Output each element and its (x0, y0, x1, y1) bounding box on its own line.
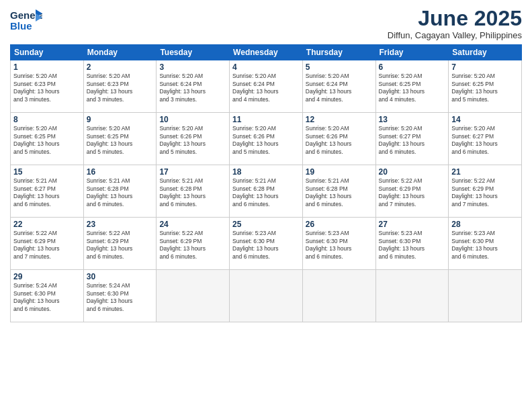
day-23: 23 Sunrise: 5:22 AMSunset: 6:29 PMDaylig… (83, 218, 157, 270)
empty-cell (230, 270, 303, 322)
day-1: 1 Sunrise: 5:20 AMSunset: 6:23 PMDayligh… (11, 60, 84, 113)
day-18: 18 Sunrise: 5:21 AMSunset: 6:28 PMDaylig… (230, 165, 303, 218)
empty-cell (157, 270, 230, 322)
day-28: 28 Sunrise: 5:23 AMSunset: 6:30 PMDaylig… (449, 218, 522, 270)
day-27: 27 Sunrise: 5:23 AMSunset: 6:30 PMDaylig… (375, 218, 449, 270)
weekday-wednesday: Wednesday (230, 45, 303, 60)
day-30: 30 Sunrise: 5:24 AMSunset: 6:30 PMDaylig… (83, 270, 157, 322)
day-12: 12 Sunrise: 5:20 AMSunset: 6:26 PMDaylig… (302, 113, 375, 165)
day-16: 16 Sunrise: 5:21 AMSunset: 6:28 PMDaylig… (83, 165, 157, 218)
day-13: 13 Sunrise: 5:20 AMSunset: 6:27 PMDaylig… (375, 113, 449, 165)
logo: General Blue (10, 7, 44, 35)
day-25: 25 Sunrise: 5:23 AMSunset: 6:30 PMDaylig… (230, 218, 303, 270)
table-row: 29 Sunrise: 5:24 AMSunset: 6:30 PMDaylig… (11, 270, 522, 322)
table-row: 15 Sunrise: 5:21 AMSunset: 6:27 PMDaylig… (11, 165, 522, 218)
day-6: 6 Sunrise: 5:20 AMSunset: 6:25 PMDayligh… (375, 60, 449, 113)
day-8: 8 Sunrise: 5:20 AMSunset: 6:25 PMDayligh… (11, 113, 84, 165)
weekday-monday: Monday (83, 45, 157, 60)
day-17: 17 Sunrise: 5:21 AMSunset: 6:28 PMDaylig… (157, 165, 230, 218)
day-15: 15 Sunrise: 5:21 AMSunset: 6:27 PMDaylig… (11, 165, 84, 218)
day-7: 7 Sunrise: 5:20 AMSunset: 6:25 PMDayligh… (449, 60, 522, 113)
weekday-tuesday: Tuesday (157, 45, 230, 60)
svg-text:Blue: Blue (10, 20, 32, 32)
table-row: 22 Sunrise: 5:22 AMSunset: 6:29 PMDaylig… (11, 218, 522, 270)
location: Diffun, Cagayan Valley, Philippines (388, 30, 522, 40)
page: General Blue June 2025 Diffun, Cagayan V… (0, 0, 532, 411)
weekday-friday: Friday (375, 45, 449, 60)
day-3: 3 Sunrise: 5:20 AMSunset: 6:24 PMDayligh… (157, 60, 230, 113)
day-10: 10 Sunrise: 5:20 AMSunset: 6:26 PMDaylig… (157, 113, 230, 165)
month-year: June 2025 (388, 7, 522, 30)
empty-cell (449, 270, 522, 322)
day-5: 5 Sunrise: 5:20 AMSunset: 6:24 PMDayligh… (302, 60, 375, 113)
weekday-saturday: Saturday (449, 45, 522, 60)
table-row: 1 Sunrise: 5:20 AMSunset: 6:23 PMDayligh… (11, 60, 522, 113)
day-11: 11 Sunrise: 5:20 AMSunset: 6:26 PMDaylig… (230, 113, 303, 165)
weekday-sunday: Sunday (11, 45, 84, 60)
day-22: 22 Sunrise: 5:22 AMSunset: 6:29 PMDaylig… (11, 218, 84, 270)
day-9: 9 Sunrise: 5:20 AMSunset: 6:25 PMDayligh… (83, 113, 157, 165)
day-4: 4 Sunrise: 5:20 AMSunset: 6:24 PMDayligh… (230, 60, 303, 113)
table-row: 8 Sunrise: 5:20 AMSunset: 6:25 PMDayligh… (11, 113, 522, 165)
day-14: 14 Sunrise: 5:20 AMSunset: 6:27 PMDaylig… (449, 113, 522, 165)
day-19: 19 Sunrise: 5:21 AMSunset: 6:28 PMDaylig… (302, 165, 375, 218)
empty-cell (302, 270, 375, 322)
day-24: 24 Sunrise: 5:22 AMSunset: 6:29 PMDaylig… (157, 218, 230, 270)
empty-cell (375, 270, 449, 322)
day-20: 20 Sunrise: 5:22 AMSunset: 6:29 PMDaylig… (375, 165, 449, 218)
calendar-table: Sunday Monday Tuesday Wednesday Thursday… (10, 44, 522, 322)
right-header: June 2025 Diffun, Cagayan Valley, Philip… (388, 7, 522, 40)
header: General Blue June 2025 Diffun, Cagayan V… (10, 7, 522, 40)
day-21: 21 Sunrise: 5:22 AMSunset: 6:29 PMDaylig… (449, 165, 522, 218)
day-29: 29 Sunrise: 5:24 AMSunset: 6:30 PMDaylig… (11, 270, 84, 322)
day-2: 2 Sunrise: 5:20 AMSunset: 6:23 PMDayligh… (83, 60, 157, 113)
logo-icon: General Blue (10, 7, 42, 35)
day-26: 26 Sunrise: 5:23 AMSunset: 6:30 PMDaylig… (302, 218, 375, 270)
weekday-thursday: Thursday (302, 45, 375, 60)
